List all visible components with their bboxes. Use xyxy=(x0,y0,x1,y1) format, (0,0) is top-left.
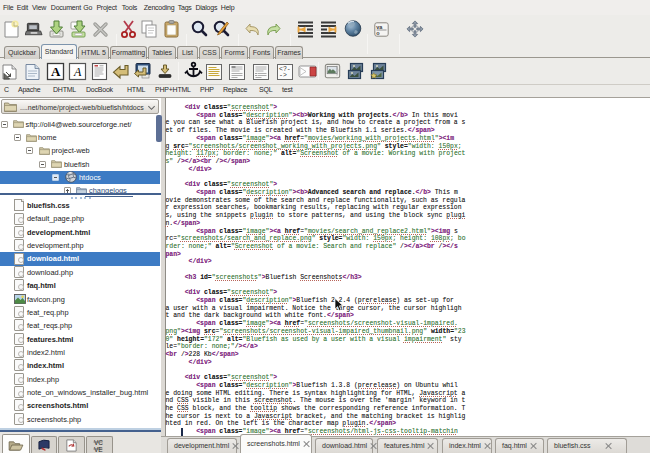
svg-text:->: -> xyxy=(279,72,287,79)
svg-text:VC: VC xyxy=(94,439,103,446)
svg-text:A: A xyxy=(51,64,61,79)
svg-text:VE: VE xyxy=(94,446,103,453)
svg-text:A: A xyxy=(73,65,82,79)
